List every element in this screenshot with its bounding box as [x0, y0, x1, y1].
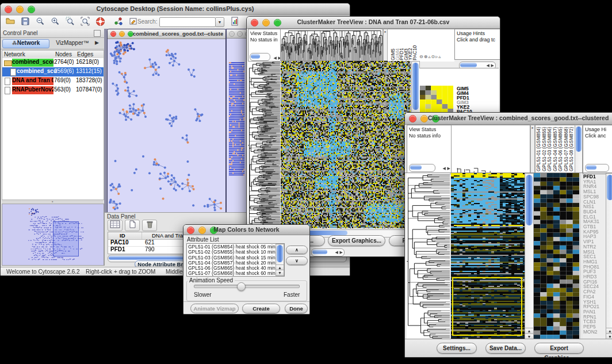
scroll-left-icon[interactable]: ◀: [487, 63, 489, 68]
col-header-network[interactable]: Network: [4, 51, 25, 58]
report-button[interactable]: [227, 16, 242, 29]
minimize-icon[interactable]: [237, 31, 243, 37]
treeview1-zoom-toolbar[interactable]: ⊖⊕▵⊙▹▵: [419, 54, 454, 60]
treeview2-gene-scrollbar[interactable]: ▲ ▼: [606, 173, 612, 340]
column-label[interactable]: GPL51-04 (GSM857): [553, 125, 559, 171]
column-label[interactable]: GPL51-03 (GSM856): [547, 125, 553, 171]
close-icon[interactable]: [409, 115, 416, 122]
treeview2-gene-labels[interactable]: PFD1YRA1RNR4MSL1SPC98CLN1NIS1BUD4ELG1MAK…: [583, 174, 605, 335]
scroll-thumb[interactable]: [607, 175, 612, 200]
search-input[interactable]: [159, 17, 216, 27]
zoom-selected-button[interactable]: [63, 16, 78, 29]
scroll-thumb[interactable]: [312, 250, 327, 254]
scroll-up-icon[interactable]: ▲: [525, 328, 533, 334]
tab-network[interactable]: ⁂Network: [2, 39, 49, 48]
view-status-scrollbar[interactable]: [250, 53, 270, 61]
done-button[interactable]: Done: [285, 304, 308, 313]
scroll-thumb[interactable]: [412, 63, 419, 110]
new-file-button[interactable]: [125, 220, 140, 231]
close-icon[interactable]: [110, 31, 116, 37]
trash-button[interactable]: [142, 220, 157, 231]
scroll-left-icon[interactable]: ◀: [443, 165, 446, 171]
treeview1-heatmap[interactable]: [281, 61, 411, 228]
column-label[interactable]: GPL51-08 (GSM872): [569, 125, 575, 171]
attribute-list-scrollbar[interactable]: ▲ ▼: [276, 244, 284, 276]
export-graphics-button[interactable]: Export Graphics...: [328, 235, 385, 246]
zoom-fit-button[interactable]: [78, 16, 93, 29]
zoom-out-button[interactable]: [33, 16, 48, 29]
network2-titlebar[interactable]: [227, 29, 248, 39]
scroll-left-icon[interactable]: ◀: [274, 55, 277, 61]
scroll-right-icon[interactable]: ▶: [447, 165, 450, 171]
treeview1-row-dendrogram[interactable]: [248, 61, 280, 229]
treeview2-zoom-heatmap[interactable]: [534, 173, 579, 339]
treeview2-collabel-scrollbar[interactable]: [575, 125, 583, 173]
open-folder-button[interactable]: [3, 16, 18, 29]
usage-hints-scrollbar[interactable]: [585, 164, 609, 172]
scroll-thumb[interactable]: [277, 245, 283, 262]
treeview2-heatmap[interactable]: [451, 173, 525, 339]
move-up-button[interactable]: ∧: [286, 246, 308, 254]
gene-label[interactable]: MON2: [583, 329, 605, 335]
float-panel-icon[interactable]: [94, 30, 101, 37]
treeview1-titlebar[interactable]: ClusterMaker TreeView : DNA and Tran 07-…: [247, 17, 500, 29]
column-label[interactable]: PAC10: [412, 30, 418, 60]
scroll-thumb[interactable]: [410, 165, 422, 170]
network2-canvas[interactable]: [227, 39, 247, 212]
scroll-thumb[interactable]: [576, 127, 582, 152]
network-table-row[interactable]: combined_sco2569(6)13112(15): [2, 67, 104, 76]
column-label[interactable]: GPL51-02 (GSM855): [542, 125, 548, 171]
minimize-icon[interactable]: [420, 115, 428, 122]
minimize-icon[interactable]: [119, 31, 125, 37]
tabs-overflow-icon[interactable]: ▶: [95, 40, 99, 45]
scroll-down-icon[interactable]: ▼: [276, 270, 284, 275]
treeview1-zoom-matrix[interactable]: [420, 86, 453, 113]
scroll-left-icon[interactable]: ◀: [335, 250, 338, 255]
col-id[interactable]: ID: [120, 232, 125, 239]
speed-slider[interactable]: [194, 285, 300, 288]
treeview2-row-dendrogram[interactable]: [407, 173, 450, 339]
settings-button[interactable]: Settings...: [437, 343, 477, 354]
close-icon[interactable]: [229, 31, 235, 37]
move-down-button[interactable]: ∨: [286, 256, 308, 265]
network1-canvas[interactable]: [108, 39, 224, 214]
save-button[interactable]: [18, 16, 33, 29]
save-data-button[interactable]: Save Data...: [485, 343, 526, 354]
zoom-in-button[interactable]: [48, 16, 63, 29]
plugin-manager-button[interactable]: [111, 16, 126, 29]
scroll-thumb[interactable]: [251, 54, 260, 59]
treeview1-bottom-scrollbar[interactable]: ◀ ▶: [311, 248, 345, 256]
export-graphics-button[interactable]: Export Graphics...: [534, 343, 584, 354]
help-button[interactable]: [93, 16, 108, 29]
treeview2-column-dendrogram[interactable]: [451, 125, 530, 173]
network1-titlebar[interactable]: combined_scores_good.txt--cluste...: [108, 29, 225, 39]
scroll-thumb[interactable]: [460, 63, 477, 67]
scroll-right-icon[interactable]: ▶: [340, 250, 343, 255]
create-vizmap-button[interactable]: Create Vizmap: [242, 304, 280, 313]
column-label[interactable]: GPL51-01 (GSM854): [536, 125, 542, 171]
slider-thumb[interactable]: [237, 282, 246, 291]
column-label[interactable]: GPL51-07 (GSM868): [564, 125, 569, 171]
main-titlebar[interactable]: Cytoscape Desktop (Session Name: collins…: [1, 3, 350, 16]
scroll-thumb[interactable]: [526, 175, 533, 225]
panel-splitter[interactable]: ●: [2, 200, 103, 203]
view-status-scrollbar[interactable]: [409, 164, 435, 172]
dendro-splitter[interactable]: ▸: [530, 125, 535, 173]
treeview2-vscrollbar[interactable]: ▲ ▼: [525, 173, 534, 340]
column-label[interactable]: GPL51-06 (GSM865): [558, 125, 564, 171]
attribute-listbox[interactable]: GPL51-01 (GSM854) heat shock 05 minGPL51…: [186, 243, 285, 277]
scroll-thumb[interactable]: [586, 165, 596, 170]
col-header-nodes[interactable]: Nodes: [55, 51, 72, 58]
attribute-list-item[interactable]: GPL51-07 (GSM868) heat shock 60 min: [188, 271, 283, 276]
network-table-row[interactable]: DNA and Tran 07769(0)183728(0): [2, 76, 104, 86]
scroll-up-icon[interactable]: ▲: [606, 328, 612, 334]
col-header-edges[interactable]: Edges: [77, 51, 93, 58]
network-overview-canvas[interactable]: [2, 204, 104, 266]
network-table-row[interactable]: combined_scores2764(0)16218(0): [2, 58, 104, 67]
tab-vizmapper[interactable]: VizMapper™: [51, 40, 94, 47]
dendro-splitter[interactable]: ▸: [383, 29, 388, 61]
treeview2-titlebar[interactable]: ClusterMaker TreeView : combined_scores_…: [405, 113, 612, 125]
table-button[interactable]: [108, 220, 123, 231]
network-table-row[interactable]: RNAPuberNov2+563(0)107847(0): [2, 86, 104, 95]
search-dropdown-icon[interactable]: ▼: [215, 17, 224, 27]
